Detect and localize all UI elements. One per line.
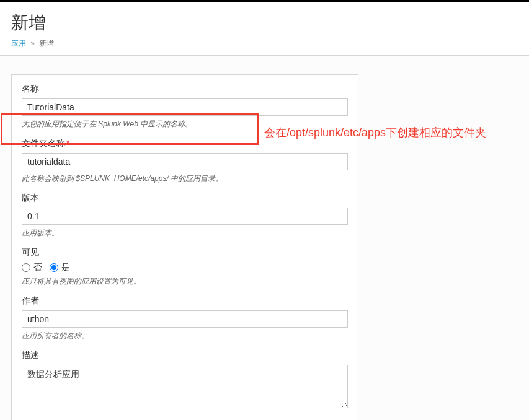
- folder-label-text: 文件夹名称: [22, 138, 65, 148]
- visible-radio-yes[interactable]: [50, 263, 58, 272]
- field-folder: 文件夹名称* 此名称会映射到 $SPLUNK_HOME/etc/apps/ 中的…: [22, 138, 348, 184]
- description-label: 描述: [22, 350, 348, 361]
- description-input[interactable]: [22, 365, 348, 408]
- visible-option-yes[interactable]: 是: [50, 262, 70, 273]
- folder-help: 此名称会映射到 $SPLUNK_HOME/etc/apps/ 中的应用目录。: [22, 173, 348, 184]
- visible-radio-no[interactable]: [22, 263, 30, 272]
- annotation-text: 会在/opt/splunk/etc/apps下创建相应的文件夹: [264, 124, 506, 142]
- breadcrumb-separator: »: [30, 39, 35, 48]
- breadcrumb-current: 新增: [39, 39, 54, 48]
- page-title: 新增: [11, 11, 518, 35]
- folder-input[interactable]: [22, 153, 348, 170]
- name-label: 名称: [22, 84, 348, 95]
- author-input[interactable]: [22, 310, 348, 328]
- header-region: 新增 应用 » 新增: [0, 2, 529, 56]
- visible-radio-group: 否 是: [22, 262, 348, 273]
- content-area: 名称 为您的应用指定便于在 Splunk Web 中显示的名称。 文件夹名称* …: [0, 56, 529, 420]
- name-input[interactable]: [22, 98, 348, 116]
- breadcrumb-link-apps[interactable]: 应用: [11, 39, 26, 48]
- visible-option-no[interactable]: 否: [22, 262, 42, 273]
- breadcrumb: 应用 » 新增: [11, 38, 518, 49]
- field-description: 描述: [22, 350, 348, 410]
- visible-yes-label: 是: [61, 262, 70, 273]
- field-name: 名称 为您的应用指定便于在 Splunk Web 中显示的名称。: [22, 84, 348, 129]
- visible-no-label: 否: [33, 262, 42, 273]
- visible-label: 可见: [22, 247, 348, 258]
- field-visible: 可见 否 是 应只将具有视图的应用设置为可见。: [22, 247, 348, 287]
- version-label: 版本: [22, 193, 348, 204]
- author-help: 应用所有者的名称。: [22, 331, 348, 341]
- required-asterisk: *: [66, 138, 69, 148]
- visible-help: 应只将具有视图的应用设置为可见。: [22, 276, 348, 287]
- author-label: 作者: [22, 295, 348, 307]
- field-version: 版本 应用版本。: [22, 193, 348, 238]
- version-input[interactable]: [22, 208, 348, 225]
- version-help: 应用版本。: [22, 228, 348, 238]
- field-author: 作者 应用所有者的名称。: [22, 295, 348, 341]
